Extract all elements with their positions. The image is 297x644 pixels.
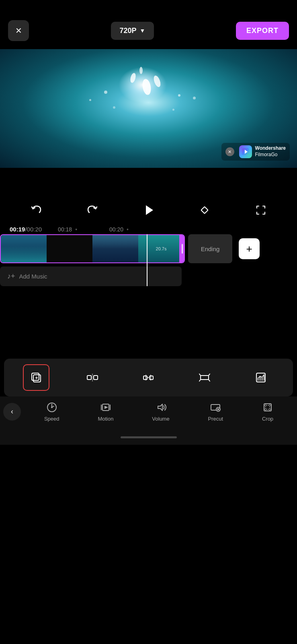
play-button[interactable] — [138, 200, 158, 220]
svg-marker-27 — [158, 404, 162, 411]
nav-item-volume[interactable]: Volume — [152, 401, 169, 422]
nav-back-button[interactable]: ‹ — [3, 403, 21, 421]
redo-icon — [86, 204, 99, 217]
thumb-2 — [47, 235, 92, 262]
undo-icon — [30, 204, 43, 217]
add-music-track[interactable]: ♪+ Add Music — [0, 266, 182, 286]
add-music-label: Add Music — [19, 273, 47, 280]
nav-item-speed[interactable]: Speed — [44, 401, 59, 422]
current-time: 00:19 — [10, 226, 25, 233]
svg-marker-2 — [146, 205, 153, 215]
watermark-brand-text: Wondershare FilmoraGo — [255, 145, 286, 158]
fullscreen-button[interactable] — [251, 200, 271, 220]
total-time: /00:20 — [25, 226, 42, 233]
track-thumbnails: 20.7s — [1, 235, 184, 262]
speed-icon — [46, 401, 58, 413]
timeline: 20.7s Ending + ♪+ Add Music — [0, 234, 297, 286]
precut-icon — [209, 401, 221, 413]
nav-items: Speed Motion Volume — [21, 401, 297, 422]
replace-tool-button[interactable] — [248, 364, 274, 391]
svg-rect-15 — [201, 376, 209, 380]
spacer-1 — [0, 168, 297, 188]
svg-rect-10 — [143, 376, 147, 380]
copy-icon: + — [29, 371, 43, 384]
svg-line-18 — [199, 380, 201, 381]
svg-point-22 — [51, 407, 53, 408]
nav-item-motion[interactable]: Motion — [98, 401, 113, 422]
redo-button[interactable] — [82, 200, 102, 220]
svg-rect-3 — [201, 207, 208, 214]
speed-label: Speed — [44, 416, 59, 422]
ending-block[interactable]: Ending — [188, 234, 232, 263]
export-button[interactable]: EXPORT — [236, 22, 289, 40]
split-tool-button[interactable] — [79, 364, 106, 391]
spacer-2 — [0, 286, 297, 351]
split-audio-icon — [141, 371, 155, 384]
thumb-3 — [92, 235, 138, 262]
time-marker-1: 00:18 — [58, 226, 72, 233]
svg-rect-32 — [264, 404, 271, 411]
thumb-4: 20.7s — [138, 235, 184, 262]
music-note-icon: ♪+ — [7, 272, 15, 281]
trim-icon — [198, 371, 211, 384]
crop-icon — [262, 401, 274, 413]
bottom-nav: ‹ Speed Motion — [0, 396, 297, 430]
nav-item-precut[interactable]: Precut — [208, 401, 223, 422]
video-frame: ✕ Wondershare FilmoraGo — [0, 49, 297, 168]
motion-icon — [100, 401, 112, 413]
home-indicator — [121, 436, 177, 438]
split-icon — [86, 371, 99, 384]
motion-label: Motion — [98, 416, 113, 422]
undo-button[interactable] — [26, 200, 46, 220]
time-marker-2: 00:20 — [109, 226, 123, 233]
replace-icon — [254, 371, 268, 384]
video-track[interactable]: 20.7s — [0, 234, 185, 263]
thumb-1 — [1, 235, 47, 262]
split-audio-button[interactable] — [135, 364, 162, 391]
svg-marker-24 — [104, 406, 108, 409]
quality-selector[interactable]: 720P ▼ — [111, 22, 154, 40]
svg-line-19 — [209, 380, 210, 381]
tool-row: + — [4, 359, 293, 396]
volume-icon — [155, 401, 167, 413]
close-button[interactable]: ✕ — [8, 20, 29, 41]
nav-item-crop[interactable]: Crop — [262, 401, 274, 422]
precut-label: Precut — [208, 416, 223, 422]
svg-rect-7 — [87, 376, 91, 380]
svg-text:+: + — [35, 375, 38, 381]
svg-rect-11 — [150, 376, 153, 380]
diamond-icon — [198, 204, 211, 217]
playback-controls — [0, 188, 297, 224]
copy-tool-button[interactable]: + — [23, 364, 49, 391]
trim-tool-button[interactable] — [191, 364, 218, 391]
svg-rect-8 — [94, 376, 98, 380]
volume-label: Volume — [152, 416, 169, 422]
track-duration-badge: 20.7s — [156, 246, 167, 251]
watermark: ✕ Wondershare FilmoraGo — [221, 143, 290, 161]
track-right-handle[interactable] — [179, 235, 185, 262]
top-bar: ✕ 720P ▼ EXPORT — [0, 0, 297, 49]
fullscreen-icon — [254, 204, 267, 217]
time-display: 00:19 /00:20 00:18 • 00:20 • — [0, 224, 297, 234]
filmora-logo-icon — [239, 145, 252, 158]
video-preview: ✕ Wondershare FilmoraGo — [0, 49, 297, 168]
add-clip-button[interactable]: + — [239, 238, 260, 259]
watermark-close-icon[interactable]: ✕ — [225, 147, 234, 156]
keyframe-button[interactable] — [195, 200, 215, 220]
timeline-track-row: 20.7s Ending + — [0, 234, 297, 263]
crop-label: Crop — [262, 416, 273, 422]
svg-line-16 — [199, 374, 201, 376]
svg-line-17 — [209, 374, 210, 376]
home-indicator-bar — [0, 430, 297, 445]
play-icon — [140, 202, 156, 218]
